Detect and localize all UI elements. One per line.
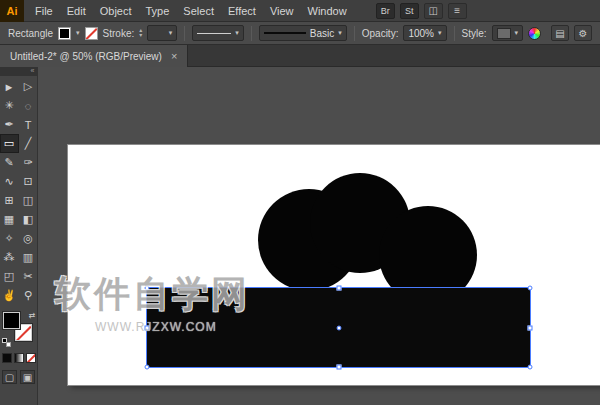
document-tab[interactable]: Untitled-2* @ 50% (RGB/Preview) × bbox=[0, 45, 188, 67]
tool-grid: ► ▷ ✳ ◌ ✒ T ▭ ╱ ✎ ✑ ∿ ⊡ ⊞ ◫ ▦ ◧ ✧ ◎ ⁂ ▥ … bbox=[0, 77, 38, 305]
stepper-down-icon[interactable]: ▾ bbox=[139, 33, 142, 38]
fill-dropdown-icon[interactable]: ▾ bbox=[76, 29, 80, 37]
selection-center-point[interactable] bbox=[336, 325, 341, 330]
perspective-grid-tool[interactable]: ◫ bbox=[19, 191, 38, 210]
selection-handle-top-middle[interactable] bbox=[336, 286, 341, 291]
eyedropper-tool[interactable]: ✧ bbox=[0, 229, 19, 248]
recolor-artwork-icon[interactable] bbox=[528, 27, 541, 40]
gradient-tool[interactable]: ◧ bbox=[19, 210, 38, 229]
free-transform-tool[interactable]: ⊡ bbox=[19, 172, 38, 191]
paintbrush-tool[interactable]: ✎ bbox=[0, 153, 19, 172]
brush-definition-value: Basic bbox=[310, 28, 334, 39]
selection-handle-middle-left[interactable] bbox=[145, 325, 150, 330]
bridge-button[interactable]: Br bbox=[376, 3, 395, 19]
hand-tool[interactable]: ✌ bbox=[0, 286, 19, 305]
opacity-value: 100% bbox=[408, 28, 434, 39]
menu-edit[interactable]: Edit bbox=[60, 0, 93, 22]
fill-stroke-indicator: ⇄ bbox=[2, 311, 36, 347]
mesh-tool[interactable]: ▦ bbox=[0, 210, 19, 229]
stroke-color-swatch[interactable] bbox=[85, 27, 98, 40]
menu-select[interactable]: Select bbox=[176, 0, 221, 22]
menu-window[interactable]: Window bbox=[301, 0, 354, 22]
default-stroke-mini bbox=[6, 342, 11, 347]
selection-handle-middle-right[interactable] bbox=[528, 325, 533, 330]
style-swatch bbox=[497, 28, 511, 39]
gradient-button[interactable] bbox=[14, 353, 24, 363]
style-label: Style: bbox=[462, 28, 487, 39]
document-tab-bar: Untitled-2* @ 50% (RGB/Preview) × bbox=[0, 45, 600, 67]
workspace-menu-icon[interactable]: ≡ bbox=[448, 3, 467, 19]
width-tool[interactable]: ∿ bbox=[0, 172, 19, 191]
lasso-tool[interactable]: ◌ bbox=[19, 96, 38, 115]
stock-button[interactable]: St bbox=[400, 3, 419, 19]
type-tool[interactable]: T bbox=[19, 115, 38, 134]
chevron-down-icon: ▾ bbox=[515, 29, 519, 37]
menu-effect[interactable]: Effect bbox=[221, 0, 263, 22]
selection-handle-bottom-right[interactable] bbox=[528, 365, 533, 370]
artboard-tool[interactable]: ◰ bbox=[0, 267, 19, 286]
menu-bar: Ai File Edit Object Type Select Effect V… bbox=[0, 0, 600, 22]
selection-tool[interactable]: ► bbox=[0, 77, 19, 96]
slice-tool[interactable]: ✂ bbox=[19, 267, 38, 286]
width-profile-dropdown[interactable]: ▾ bbox=[192, 25, 244, 41]
symbol-sprayer-tool[interactable]: ⁂ bbox=[0, 248, 19, 267]
illustrator-logo: Ai bbox=[0, 0, 24, 22]
chevron-down-icon: ▾ bbox=[438, 29, 442, 37]
mode-buttons: ▢ ▣ bbox=[2, 370, 35, 384]
selection-handle-top-left[interactable] bbox=[145, 286, 150, 291]
divider bbox=[251, 26, 252, 41]
selection-handle-bottom-left[interactable] bbox=[145, 365, 150, 370]
menu-view[interactable]: View bbox=[263, 0, 301, 22]
selection-handle-bottom-middle[interactable] bbox=[336, 365, 341, 370]
divider bbox=[454, 26, 455, 41]
uniform-profile-icon bbox=[197, 33, 231, 34]
fill-color-box[interactable] bbox=[3, 312, 20, 329]
style-dropdown[interactable]: ▾ bbox=[492, 25, 524, 41]
fill-color-swatch[interactable] bbox=[58, 27, 71, 40]
chevron-down-icon: ▾ bbox=[235, 29, 239, 37]
pen-tool[interactable]: ✒ bbox=[0, 115, 19, 134]
menu-file[interactable]: File bbox=[28, 0, 60, 22]
brush-definition-dropdown[interactable]: Basic ▾ bbox=[259, 25, 347, 41]
magic-wand-tool[interactable]: ✳ bbox=[0, 96, 19, 115]
swap-fill-stroke-icon[interactable]: ⇄ bbox=[29, 311, 36, 320]
none-button[interactable] bbox=[26, 353, 36, 363]
close-icon[interactable]: × bbox=[171, 50, 177, 62]
canvas-pasteboard[interactable]: 软件自学网 WWW.RJZXW.COM bbox=[38, 67, 600, 405]
brush-stroke-preview bbox=[264, 32, 306, 34]
paint-mode-row bbox=[2, 353, 36, 363]
preferences-icon[interactable]: ⚙ bbox=[574, 25, 592, 41]
column-graph-tool[interactable]: ▥ bbox=[19, 248, 38, 267]
screen-mode-button[interactable]: ▣ bbox=[20, 370, 35, 384]
blend-tool[interactable]: ◎ bbox=[19, 229, 38, 248]
shape-builder-tool[interactable]: ⊞ bbox=[0, 191, 19, 210]
chevron-down-icon: ▾ bbox=[169, 29, 173, 37]
tools-panel: « ► ▷ ✳ ◌ ✒ T ▭ ╱ ✎ ✑ ∿ ⊡ ⊞ ◫ ▦ ◧ ✧ ◎ ⁂ … bbox=[0, 67, 38, 405]
stroke-weight-dropdown[interactable]: ▾ bbox=[147, 25, 177, 41]
toolbar-collapse-button[interactable]: « bbox=[0, 67, 38, 76]
context-label: Rectangle bbox=[8, 28, 53, 39]
pencil-tool[interactable]: ✑ bbox=[19, 153, 38, 172]
selection-bounding-box bbox=[146, 287, 531, 368]
direct-selection-tool[interactable]: ▷ bbox=[19, 77, 38, 96]
drawing-mode-button[interactable]: ▢ bbox=[2, 370, 17, 384]
chevron-down-icon: ▾ bbox=[338, 29, 342, 37]
divider bbox=[354, 26, 355, 41]
arrange-documents-icon[interactable]: ◫ bbox=[424, 3, 443, 19]
stroke-weight-stepper[interactable]: ▴ ▾ bbox=[139, 28, 142, 38]
rectangle-tool[interactable]: ▭ bbox=[0, 134, 19, 153]
opacity-dropdown[interactable]: 100% ▾ bbox=[403, 25, 446, 41]
selection-handle-top-right[interactable] bbox=[528, 286, 533, 291]
stroke-label: Stroke: bbox=[103, 28, 135, 39]
line-segment-tool[interactable]: ╱ bbox=[19, 134, 38, 153]
zoom-tool[interactable]: ⚲ bbox=[19, 286, 38, 305]
default-fill-stroke-icon[interactable] bbox=[2, 338, 11, 347]
document-tab-title: Untitled-2* @ 50% (RGB/Preview) bbox=[10, 51, 162, 62]
document-setup-icon[interactable]: ▤ bbox=[551, 25, 569, 41]
opacity-label: Opacity: bbox=[362, 28, 399, 39]
menu-object[interactable]: Object bbox=[93, 0, 139, 22]
menu-type[interactable]: Type bbox=[139, 0, 177, 22]
color-button[interactable] bbox=[2, 353, 12, 363]
divider bbox=[184, 26, 185, 41]
control-bar: Rectangle ▾ Stroke: ▴ ▾ ▾ ▾ Basic ▾ Opac… bbox=[0, 22, 600, 45]
